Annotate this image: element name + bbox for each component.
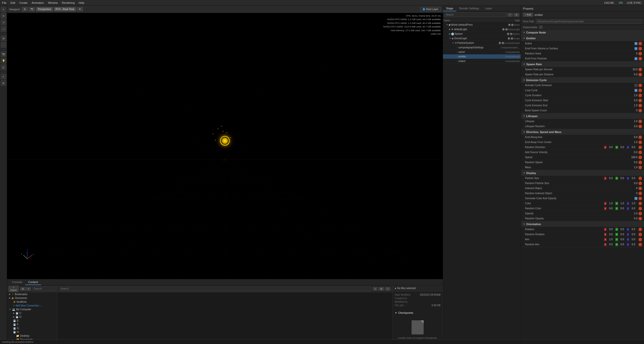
fb-right-filter-btn[interactable]: ▽: [385, 287, 390, 291]
fb-icon-btn-1[interactable]: ⊞: [20, 287, 26, 291]
file-search-input[interactable]: [32, 287, 57, 291]
tab-layer[interactable]: Layer: [482, 6, 495, 11]
drive-e-item[interactable]: 💾 E:: [7, 319, 57, 323]
fb-right-grid-btn[interactable]: ⊞: [379, 287, 384, 291]
particle-visibility-icon[interactable]: 👁: [499, 42, 501, 44]
gen-color-checkbox[interactable]: ✓: [634, 197, 637, 200]
emit-volume-checkbox[interactable]: ✓: [634, 47, 637, 50]
world-visibility-icon[interactable]: 👁: [508, 24, 511, 26]
desktop-item[interactable]: 📁 Desktop: [7, 334, 57, 338]
opacity-orange-btn[interactable]: [638, 212, 642, 215]
snap-btn[interactable]: ⊞: [1, 36, 6, 41]
indexed-object-orange-btn[interactable]: [638, 187, 642, 190]
tab-stage[interactable]: Stage: [443, 6, 456, 11]
spawn-rate-header[interactable]: ▼ Spawn Rate: [521, 61, 644, 67]
layers-btn[interactable]: ≡: [1, 74, 6, 79]
activate-cycle-orange-btn[interactable]: [638, 84, 642, 87]
menu-rendering[interactable]: Rendering: [62, 1, 75, 4]
stage-row-solver[interactable]: ⬝ solver ComputeNode: [443, 50, 521, 54]
sphere-lock-icon[interactable]: ⊡: [510, 33, 512, 35]
omnigraph-visibility-icon[interactable]: 👁: [508, 37, 510, 40]
tab-console[interactable]: Console: [9, 280, 25, 285]
settings-btn[interactable]: ⚙: [1, 80, 6, 86]
random-aim-orange-btn[interactable]: [638, 243, 642, 246]
tab-content[interactable]: Content: [25, 280, 41, 285]
drive-f-item[interactable]: 💾 F:: [7, 323, 57, 326]
fb-right-search-input[interactable]: [59, 287, 371, 291]
add-source-vel-orange-btn[interactable]: [638, 151, 642, 154]
omniverse-item[interactable]: ▶ ◉ Omniverse: [7, 296, 57, 300]
camera-icon-btn[interactable]: 📷: [29, 7, 35, 11]
rotation-orange-btn[interactable]: [638, 228, 642, 231]
random-color-orange-btn[interactable]: [638, 207, 642, 210]
random-opacity-orange-btn[interactable]: [638, 217, 642, 220]
tab-render-settings[interactable]: Render Settings: [456, 6, 482, 11]
rtx-realtime-btn[interactable]: RTX - Real-Time: [54, 7, 76, 11]
lifespan-header[interactable]: ▼ Lifespan: [521, 113, 644, 119]
lifespan-random-orange-btn[interactable]: [638, 125, 642, 128]
my-computer-item[interactable]: ▼ 💻 My Computer: [7, 307, 57, 311]
cycle-start-orange-btn[interactable]: [638, 99, 642, 102]
random-rotation-orange-btn[interactable]: [638, 233, 642, 236]
dir-speed-mass-header[interactable]: ▼ Direction, Speed and Mass: [521, 129, 644, 135]
color-orange-btn[interactable]: [638, 202, 642, 205]
scale-tool-btn[interactable]: ⤢: [1, 26, 6, 32]
emit-away-orange-btn[interactable]: [638, 141, 642, 144]
stage-row-light[interactable]: ▶ ☀ defaultLight 👁 ⊡ DistantLight: [443, 27, 521, 32]
select-tool-btn[interactable]: ↖: [1, 7, 6, 12]
light-btn[interactable]: 💡: [1, 58, 6, 63]
random-dir-orange-btn[interactable]: [638, 146, 642, 149]
camera-btn[interactable]: 📷: [1, 51, 6, 57]
perspective-btn[interactable]: Perspective: [36, 7, 53, 11]
emit-particles-orange-btn[interactable]: [638, 57, 642, 60]
world-lock-icon[interactable]: ⊡: [511, 24, 514, 26]
random-indexed-orange-btn[interactable]: [638, 192, 642, 195]
stage-row-world[interactable]: ▼ ◆ World (defaultPrim) 👁 ⊡ Xform: [443, 23, 521, 27]
add-connection-item[interactable]: + Add New Connection ...: [7, 304, 57, 307]
spawn-per-second-orange-btn[interactable]: [638, 68, 642, 71]
fb-right-list-btn[interactable]: ≡: [373, 287, 378, 291]
menu-help[interactable]: Help: [79, 1, 85, 4]
move-tool-btn[interactable]: ✛: [1, 13, 6, 19]
prop-add-btn[interactable]: + Add: [523, 13, 533, 17]
orientation-header[interactable]: ▼ Orientation: [521, 221, 644, 227]
stage-row-computegraph-settings[interactable]: ⬝ computegraphSettings ComputeGraphS...: [443, 45, 521, 50]
stage-filter-btn[interactable]: ▽: [507, 13, 513, 17]
menu-file[interactable]: File: [2, 1, 7, 4]
bookmarks-item[interactable]: ▶ ☆ Bookmarks: [7, 292, 57, 296]
random-seed-orange-btn[interactable]: [638, 52, 642, 55]
random-speed-orange-btn[interactable]: [638, 161, 642, 164]
sphere-visibility-icon[interactable]: 👁: [507, 33, 509, 35]
random-size-orange-btn[interactable]: [638, 182, 642, 185]
mass-orange-btn[interactable]: [638, 166, 642, 169]
menu-window[interactable]: Window: [48, 1, 58, 4]
loop-cycle-orange-btn[interactable]: [638, 89, 642, 92]
particle-lock-icon[interactable]: ⊡: [502, 42, 504, 44]
emission-cycle-header[interactable]: ▼ Emission Cycle: [521, 77, 644, 83]
cycle-duration-orange-btn[interactable]: [638, 94, 642, 97]
localhost-item[interactable]: 🖥 localhost: [7, 300, 57, 304]
render-btn[interactable]: ◎: [1, 64, 6, 70]
emit-particles-checkbox[interactable]: ✓: [634, 57, 637, 60]
active-orange-btn[interactable]: [638, 42, 642, 45]
gen-color-orange-btn[interactable]: [638, 197, 642, 200]
display-header[interactable]: ▼ Display: [521, 170, 644, 176]
grid-btn[interactable]: ⋯: [1, 42, 6, 48]
eye-icon-btn[interactable]: 👁: [77, 7, 83, 11]
activate-cycle-checkbox[interactable]: [634, 84, 637, 87]
emit-along-orange-btn[interactable]: [638, 135, 642, 139]
stage-row-sphere[interactable]: ▶ ⬤ Sphere 👁 ⊡ Sphere: [443, 32, 521, 36]
particle-size-orange-btn[interactable]: [638, 177, 642, 180]
import-btn[interactable]: + Import: [9, 286, 19, 292]
menu-edit[interactable]: Edit: [11, 1, 15, 4]
stage-search-input[interactable]: [445, 13, 506, 17]
drive-c-item[interactable]: ▶ 💾 C:: [7, 311, 57, 315]
rotate-tool-btn[interactable]: ↺: [1, 20, 6, 25]
speed-orange-btn[interactable]: [638, 156, 642, 159]
drive-h-item[interactable]: 💾 H:: [7, 330, 57, 334]
aim-orange-btn[interactable]: [638, 238, 642, 241]
lifespan-orange-btn[interactable]: [638, 120, 642, 123]
omnigraph-lock-icon[interactable]: ⊡: [511, 37, 513, 40]
stage-row-output[interactable]: ⬝ output ComputeNode: [443, 59, 521, 63]
stage-row-omnigraph[interactable]: ▼ ◈ OmniGraph 👁 ⊡ Scope: [443, 36, 521, 41]
